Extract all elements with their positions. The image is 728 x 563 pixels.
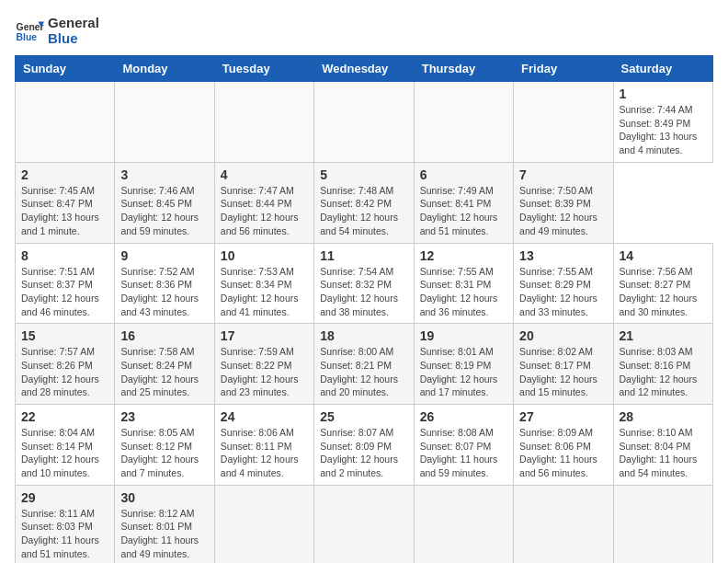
day-number: 1 xyxy=(620,86,707,101)
day-cell-21: 21 Sunrise: 8:03 AM Sunset: 8:16 PM Dayl… xyxy=(613,324,712,405)
day-cell-17: 17 Sunrise: 7:59 AM Sunset: 8:22 PM Dayl… xyxy=(214,324,313,405)
day-info: Sunrise: 7:52 AM Sunset: 8:36 PM Dayligh… xyxy=(120,265,208,319)
day-info: Sunrise: 7:53 AM Sunset: 8:34 PM Dayligh… xyxy=(221,265,308,319)
header-row: SundayMondayTuesdayWednesdayThursdayFrid… xyxy=(16,56,713,82)
day-info: Sunrise: 8:12 AM Sunset: 8:01 PM Dayligh… xyxy=(120,507,208,561)
calendar-week-2: 2 Sunrise: 7:45 AM Sunset: 8:47 PM Dayli… xyxy=(16,162,713,243)
col-header-friday: Friday xyxy=(514,56,613,82)
svg-text:Blue: Blue xyxy=(17,32,38,42)
day-number: 25 xyxy=(320,409,407,424)
day-cell-13: 13 Sunrise: 7:55 AM Sunset: 8:29 PM Dayl… xyxy=(514,243,613,324)
day-info: Sunrise: 7:50 AM Sunset: 8:39 PM Dayligh… xyxy=(519,184,607,238)
day-cell-25: 25 Sunrise: 8:07 AM Sunset: 8:09 PM Dayl… xyxy=(314,405,414,486)
day-cell-5: 5 Sunrise: 7:48 AM Sunset: 8:42 PM Dayli… xyxy=(314,162,414,243)
day-number: 8 xyxy=(21,248,108,263)
calendar-week-6: 29 Sunrise: 8:11 AM Sunset: 8:03 PM Dayl… xyxy=(16,485,713,563)
day-cell-9: 9 Sunrise: 7:52 AM Sunset: 8:36 PM Dayli… xyxy=(115,243,214,324)
calendar-week-3: 8 Sunrise: 7:51 AM Sunset: 8:37 PM Dayli… xyxy=(16,243,713,324)
day-info: Sunrise: 8:04 AM Sunset: 8:14 PM Dayligh… xyxy=(21,426,108,480)
empty-cell xyxy=(314,82,414,163)
empty-cell xyxy=(613,485,712,563)
day-number: 6 xyxy=(420,167,507,182)
empty-cell xyxy=(214,82,313,163)
day-number: 28 xyxy=(620,409,707,424)
calendar-week-5: 22 Sunrise: 8:04 AM Sunset: 8:14 PM Dayl… xyxy=(16,405,713,486)
day-cell-6: 6 Sunrise: 7:49 AM Sunset: 8:41 PM Dayli… xyxy=(414,162,513,243)
day-info: Sunrise: 7:58 AM Sunset: 8:24 PM Dayligh… xyxy=(120,345,208,399)
day-info: Sunrise: 8:02 AM Sunset: 8:17 PM Dayligh… xyxy=(519,345,607,399)
day-cell-22: 22 Sunrise: 8:04 AM Sunset: 8:14 PM Dayl… xyxy=(16,405,115,486)
day-number: 11 xyxy=(320,248,407,263)
day-info: Sunrise: 8:03 AM Sunset: 8:16 PM Dayligh… xyxy=(620,345,707,399)
col-header-wednesday: Wednesday xyxy=(314,56,414,82)
day-info: Sunrise: 7:55 AM Sunset: 8:31 PM Dayligh… xyxy=(420,265,507,319)
logo-icon: General Blue xyxy=(15,16,44,45)
day-info: Sunrise: 7:46 AM Sunset: 8:45 PM Dayligh… xyxy=(120,184,208,238)
day-cell-28: 28 Sunrise: 8:10 AM Sunset: 8:04 PM Dayl… xyxy=(613,405,712,486)
day-info: Sunrise: 8:05 AM Sunset: 8:12 PM Dayligh… xyxy=(120,426,208,480)
col-header-saturday: Saturday xyxy=(613,56,712,82)
day-cell-7: 7 Sunrise: 7:50 AM Sunset: 8:39 PM Dayli… xyxy=(514,162,613,243)
day-cell-30: 30 Sunrise: 8:12 AM Sunset: 8:01 PM Dayl… xyxy=(115,485,214,563)
day-info: Sunrise: 7:47 AM Sunset: 8:44 PM Dayligh… xyxy=(221,184,308,238)
day-cell-29: 29 Sunrise: 8:11 AM Sunset: 8:03 PM Dayl… xyxy=(16,485,115,563)
day-number: 2 xyxy=(21,167,108,182)
day-cell-26: 26 Sunrise: 8:08 AM Sunset: 8:07 PM Dayl… xyxy=(414,405,513,486)
day-number: 26 xyxy=(420,409,507,424)
day-cell-10: 10 Sunrise: 7:53 AM Sunset: 8:34 PM Dayl… xyxy=(214,243,313,324)
day-cell-16: 16 Sunrise: 7:58 AM Sunset: 8:24 PM Dayl… xyxy=(115,324,214,405)
day-number: 30 xyxy=(120,490,208,505)
col-header-monday: Monday xyxy=(115,56,214,82)
day-cell-19: 19 Sunrise: 8:01 AM Sunset: 8:19 PM Dayl… xyxy=(414,324,513,405)
empty-cell xyxy=(115,82,214,163)
day-cell-1: 1 Sunrise: 7:44 AM Sunset: 8:49 PM Dayli… xyxy=(613,82,712,163)
empty-cell xyxy=(414,485,513,563)
empty-cell xyxy=(514,82,613,163)
empty-cell xyxy=(214,485,313,563)
empty-cell xyxy=(514,485,613,563)
day-cell-18: 18 Sunrise: 8:00 AM Sunset: 8:21 PM Dayl… xyxy=(314,324,414,405)
day-cell-14: 14 Sunrise: 7:56 AM Sunset: 8:27 PM Dayl… xyxy=(613,243,712,324)
day-info: Sunrise: 7:45 AM Sunset: 8:47 PM Dayligh… xyxy=(21,184,108,238)
day-number: 10 xyxy=(221,248,308,263)
day-cell-20: 20 Sunrise: 8:02 AM Sunset: 8:17 PM Dayl… xyxy=(514,324,613,405)
calendar-week-1: 1 Sunrise: 7:44 AM Sunset: 8:49 PM Dayli… xyxy=(16,82,713,163)
col-header-tuesday: Tuesday xyxy=(214,56,313,82)
day-info: Sunrise: 8:07 AM Sunset: 8:09 PM Dayligh… xyxy=(320,426,407,480)
day-number: 29 xyxy=(21,490,108,505)
day-cell-23: 23 Sunrise: 8:05 AM Sunset: 8:12 PM Dayl… xyxy=(115,405,214,486)
day-info: Sunrise: 8:10 AM Sunset: 8:04 PM Dayligh… xyxy=(620,426,707,480)
day-cell-4: 4 Sunrise: 7:47 AM Sunset: 8:44 PM Dayli… xyxy=(214,162,313,243)
day-info: Sunrise: 7:49 AM Sunset: 8:41 PM Dayligh… xyxy=(420,184,507,238)
empty-cell xyxy=(314,485,414,563)
day-info: Sunrise: 7:54 AM Sunset: 8:32 PM Dayligh… xyxy=(320,265,407,319)
day-number: 15 xyxy=(21,328,108,343)
day-cell-8: 8 Sunrise: 7:51 AM Sunset: 8:37 PM Dayli… xyxy=(16,243,115,324)
day-number: 12 xyxy=(420,248,507,263)
day-number: 22 xyxy=(21,409,108,424)
day-info: Sunrise: 8:08 AM Sunset: 8:07 PM Dayligh… xyxy=(420,426,507,480)
day-number: 5 xyxy=(320,167,407,182)
day-cell-15: 15 Sunrise: 7:57 AM Sunset: 8:26 PM Dayl… xyxy=(16,324,115,405)
calendar-week-4: 15 Sunrise: 7:57 AM Sunset: 8:26 PM Dayl… xyxy=(16,324,713,405)
empty-cell xyxy=(414,82,513,163)
day-info: Sunrise: 8:09 AM Sunset: 8:06 PM Dayligh… xyxy=(519,426,607,480)
day-number: 21 xyxy=(620,328,707,343)
day-info: Sunrise: 7:48 AM Sunset: 8:42 PM Dayligh… xyxy=(320,184,407,238)
day-info: Sunrise: 7:51 AM Sunset: 8:37 PM Dayligh… xyxy=(21,265,108,319)
day-cell-3: 3 Sunrise: 7:46 AM Sunset: 8:45 PM Dayli… xyxy=(115,162,214,243)
col-header-sunday: Sunday xyxy=(16,56,115,82)
day-number: 16 xyxy=(120,328,208,343)
day-cell-11: 11 Sunrise: 7:54 AM Sunset: 8:32 PM Dayl… xyxy=(314,243,414,324)
day-number: 24 xyxy=(221,409,308,424)
calendar-table: SundayMondayTuesdayWednesdayThursdayFrid… xyxy=(15,55,713,563)
day-info: Sunrise: 7:59 AM Sunset: 8:22 PM Dayligh… xyxy=(221,345,308,399)
day-info: Sunrise: 7:57 AM Sunset: 8:26 PM Dayligh… xyxy=(21,345,108,399)
day-cell-12: 12 Sunrise: 7:55 AM Sunset: 8:31 PM Dayl… xyxy=(414,243,513,324)
day-info: Sunrise: 7:44 AM Sunset: 8:49 PM Dayligh… xyxy=(620,103,707,157)
day-number: 20 xyxy=(519,328,607,343)
day-number: 18 xyxy=(320,328,407,343)
day-number: 13 xyxy=(519,248,607,263)
day-info: Sunrise: 8:11 AM Sunset: 8:03 PM Dayligh… xyxy=(21,507,108,561)
day-number: 14 xyxy=(620,248,707,263)
